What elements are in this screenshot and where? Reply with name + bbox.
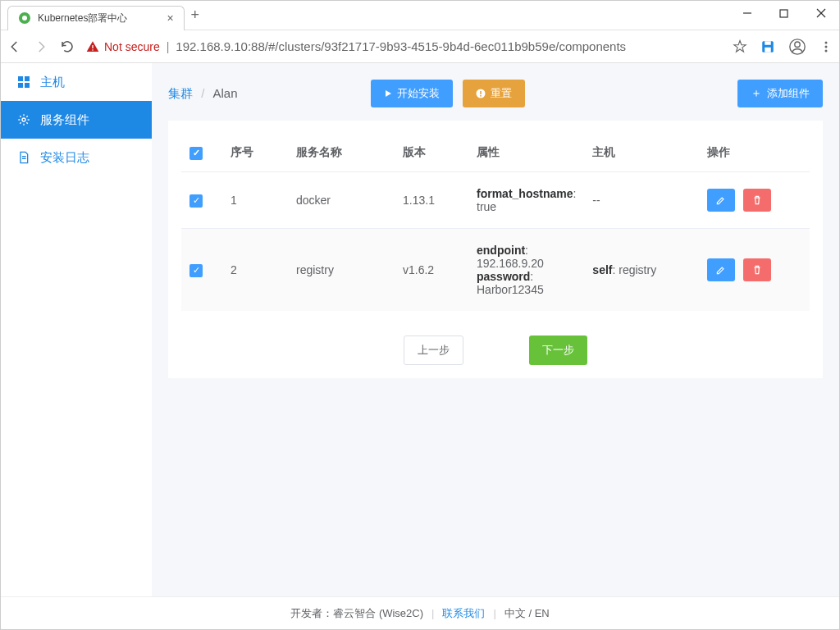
url-text: 192.168.9.10:88/#/clusters/93f21717-9b93…	[176, 39, 626, 53]
prev-step-button[interactable]: 上一步	[404, 336, 463, 365]
sidebar-item-logs[interactable]: 安装日志	[1, 139, 152, 176]
edit-icon	[715, 194, 727, 206]
warning-icon	[86, 40, 99, 53]
footer-contact-link[interactable]: 联系我们	[442, 606, 485, 621]
sidebar-item-label: 安装日志	[40, 150, 89, 166]
tab-title: Kubernetes部署中心	[38, 11, 127, 25]
svg-rect-24	[480, 91, 482, 94]
browser-tab[interactable]: Kubernetes部署中心 ×	[7, 6, 185, 30]
cell-host: --	[584, 172, 699, 229]
footer-dev: 开发者：睿云智合 (Wise2C)	[290, 606, 423, 621]
delete-button[interactable]	[743, 189, 771, 212]
svg-rect-18	[18, 83, 23, 88]
table-row: ✓1docker1.13.1format_hostname: true--	[181, 172, 810, 229]
sidebar-item-hosts[interactable]: 主机	[1, 63, 152, 101]
cell-name: registry	[288, 229, 395, 312]
alert-icon	[476, 89, 486, 98]
gear-icon	[17, 113, 30, 126]
col-props: 属性	[468, 134, 584, 172]
footer-lang[interactable]: 中文 / EN	[504, 606, 550, 621]
back-button[interactable]	[7, 39, 24, 54]
svg-rect-25	[480, 95, 482, 97]
add-component-button[interactable]: ＋ 添加组件	[737, 80, 823, 107]
cell-version: v1.6.2	[395, 229, 468, 312]
trash-icon	[751, 194, 763, 206]
table-row: ✓2registryv1.6.2endpoint: 192.168.9.20pa…	[181, 229, 810, 312]
svg-rect-3	[780, 10, 788, 17]
svg-rect-10	[765, 47, 771, 52]
forward-button[interactable]	[34, 39, 50, 54]
window-minimize-button[interactable]	[728, 1, 765, 25]
start-install-button[interactable]: 开始安装	[371, 80, 453, 107]
cell-version: 1.13.1	[395, 172, 468, 229]
col-name: 服务名称	[288, 134, 395, 172]
cell-props: endpoint: 192.168.9.20password: Harbor12…	[468, 229, 584, 312]
svg-point-12	[795, 42, 800, 47]
sidebar-item-label: 主机	[40, 75, 65, 90]
svg-rect-9	[765, 41, 771, 45]
new-tab-button[interactable]: +	[191, 7, 200, 24]
sidebar-item-components[interactable]: 服务组件	[1, 101, 152, 139]
save-icon[interactable]	[760, 39, 775, 54]
svg-rect-7	[92, 49, 93, 50]
reload-button[interactable]	[60, 39, 76, 54]
edit-button[interactable]	[707, 189, 735, 212]
tab-close-icon[interactable]: ×	[167, 11, 173, 25]
breadcrumb: 集群 / Alan	[168, 86, 361, 102]
window-titlebar: Kubernetes部署中心 × +	[1, 1, 839, 30]
plus-icon: ＋	[751, 86, 762, 101]
col-version: 版本	[395, 134, 468, 172]
col-index: 序号	[222, 134, 288, 172]
svg-point-20	[22, 118, 25, 121]
delete-button[interactable]	[743, 258, 771, 281]
trash-icon	[751, 264, 763, 276]
play-icon	[384, 89, 392, 98]
footer: 开发者：睿云智合 (Wise2C) | 联系我们 | 中文 / EN	[1, 596, 839, 629]
favicon-icon	[18, 11, 31, 25]
select-all-checkbox[interactable]: ✓	[189, 147, 203, 160]
cell-host: self: registry	[584, 229, 699, 312]
edit-button[interactable]	[707, 258, 735, 281]
menu-icon[interactable]	[819, 40, 833, 53]
next-step-button[interactable]: 下一步	[529, 336, 587, 365]
sidebar: 主机 服务组件 安装日志	[1, 63, 152, 596]
svg-point-14	[825, 45, 828, 48]
col-host: 主机	[584, 134, 699, 172]
window-maximize-button[interactable]	[765, 1, 802, 25]
svg-rect-6	[92, 45, 93, 48]
components-table: ✓ 序号 服务名称 版本 属性 主机 操作 ✓1docker1.13.1form…	[181, 134, 810, 311]
svg-point-13	[825, 41, 828, 43]
breadcrumb-root[interactable]: 集群	[168, 86, 193, 100]
svg-point-1	[22, 16, 27, 21]
window-close-button[interactable]	[802, 1, 839, 25]
reset-button[interactable]: 重置	[463, 80, 525, 107]
address-bar: Not secure | 192.168.9.10:88/#/clusters/…	[1, 30, 839, 63]
document-icon	[17, 151, 30, 164]
row-checkbox[interactable]: ✓	[189, 264, 203, 277]
url-input[interactable]: Not secure | 192.168.9.10:88/#/clusters/…	[86, 39, 723, 53]
svg-rect-17	[25, 76, 30, 81]
svg-rect-19	[25, 83, 30, 88]
svg-point-15	[825, 49, 828, 52]
bookmark-icon[interactable]	[733, 39, 747, 54]
edit-icon	[715, 264, 727, 276]
cell-index: 1	[222, 172, 288, 229]
row-checkbox[interactable]: ✓	[189, 194, 203, 208]
cell-index: 2	[222, 229, 288, 312]
breadcrumb-current: Alan	[213, 86, 238, 100]
grid-icon	[17, 75, 30, 89]
cell-props: format_hostname: true	[468, 172, 584, 229]
profile-icon[interactable]	[788, 38, 806, 56]
cell-name: docker	[288, 172, 395, 229]
svg-rect-16	[18, 76, 23, 81]
sidebar-item-label: 服务组件	[40, 112, 89, 128]
not-secure-badge[interactable]: Not secure	[86, 40, 160, 53]
col-ops: 操作	[699, 134, 810, 172]
